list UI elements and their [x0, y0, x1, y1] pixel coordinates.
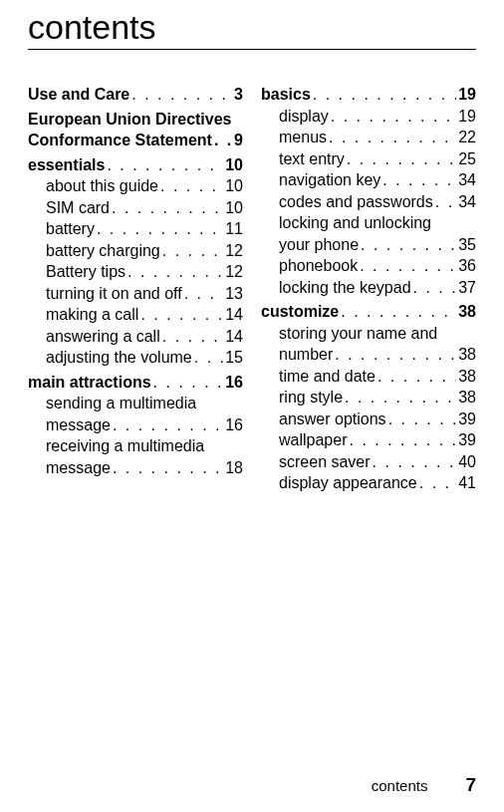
toc-entry-leader [380, 169, 456, 191]
toc-entry-leader [376, 366, 456, 388]
toc-sub-entry: about this guide10 [28, 175, 243, 197]
toc-section-entry: basics19 [261, 84, 476, 106]
toc-sub-entry: answering a call14 [28, 326, 243, 348]
toc-entry-label: answering a call [46, 326, 160, 348]
footer-page-number: 7 [465, 774, 476, 796]
toc-entry-page: 19 [456, 84, 476, 106]
toc-sub-entry: message18 [28, 457, 243, 479]
toc-column-left: Use and Care3European Union DirectivesCo… [28, 84, 243, 497]
toc-entry-label: menus [279, 127, 327, 148]
toc-sub-entry: menus22 [261, 127, 476, 148]
toc-entry-label: adjusting the volume [46, 347, 192, 369]
toc-entry-page: 25 [456, 148, 476, 170]
toc-entry-label: main attractions [28, 372, 151, 394]
toc-entry-leader [111, 457, 223, 479]
toc-entry-page: 18 [223, 457, 243, 479]
toc-entry-page: 38 [456, 301, 476, 323]
toc-entry-label: ring style [279, 387, 343, 408]
toc-entry-leader [329, 106, 456, 128]
toc-entry-leader [333, 344, 456, 366]
toc-entry-leader [111, 414, 223, 436]
toc-entry-leader [95, 218, 223, 240]
toc-sub-entry: codes and passwords34 [261, 191, 476, 213]
toc-entry-leader [126, 261, 223, 283]
toc-entry-page: 15 [223, 347, 243, 369]
toc-entry-leader [158, 175, 223, 197]
toc-entry-label: message [46, 414, 111, 436]
toc-sub-entry: locking and unlocking [261, 212, 476, 234]
toc-entry-page: 12 [223, 261, 243, 283]
toc-entry-label: essentials [28, 154, 105, 176]
toc-sub-entry: answer options39 [261, 408, 476, 430]
toc-entry-label: Battery tips [46, 261, 126, 283]
toc-column-right: basics19display19menus22text entry25navi… [261, 84, 476, 497]
toc-sub-entry: SIM card10 [28, 197, 243, 219]
toc-entry-page: 34 [456, 191, 476, 213]
toc-sub-entry: wallpaper39 [261, 429, 476, 451]
toc-sub-entry: Battery tips12 [28, 261, 243, 283]
toc-sub-entry: ring style38 [261, 387, 476, 408]
page-footer: contents 7 [372, 774, 476, 796]
toc-entry-page: 38 [456, 344, 476, 366]
toc-sub-entry: display19 [261, 106, 476, 128]
toc-sub-entry: text entry25 [261, 148, 476, 170]
toc-sub-entry: storing your name and [261, 323, 476, 345]
toc-entry-page: 41 [456, 472, 476, 494]
toc-entry-page: 22 [456, 127, 476, 148]
toc-entry-leader [151, 372, 224, 394]
toc-entry-leader [417, 472, 456, 494]
toc-section-entry: European Union DirectivesConformance Sta… [28, 109, 243, 151]
toc-entry-leader [160, 326, 223, 348]
toc-sub-entry: turning it on and off13 [28, 283, 243, 305]
toc-sub-entry: message16 [28, 414, 243, 436]
toc-entry-label: codes and passwords [279, 191, 433, 213]
toc-entry-leader [358, 255, 456, 277]
toc-entry-page: 3 [232, 84, 243, 106]
toc-sub-entry: battery charging12 [28, 240, 243, 262]
toc-sub-entry: time and date38 [261, 366, 476, 388]
toc-sub-entry: battery11 [28, 218, 243, 240]
toc-entry-page: 39 [456, 429, 476, 451]
toc-entry-leader [192, 347, 223, 369]
toc-entry-leader [345, 148, 456, 170]
toc-sub-entry: screen saver40 [261, 451, 476, 473]
toc-entry-page: 36 [456, 255, 476, 277]
toc-sub-entry: number38 [261, 344, 476, 366]
toc-sub-entry: display appearance41 [261, 472, 476, 494]
toc-sub-entry: making a call14 [28, 304, 243, 326]
toc-entry-leader [311, 84, 456, 106]
toc-entry-label: display [279, 106, 329, 128]
toc-entry-page: 38 [456, 366, 476, 388]
toc-entry-label: message [46, 457, 111, 479]
toc-entry-page: 11 [223, 218, 243, 240]
toc-entry-page: 13 [223, 283, 243, 305]
toc-entry-leader [110, 197, 223, 219]
toc-entry-leader [182, 283, 224, 305]
toc-entry-page: 14 [223, 304, 243, 326]
toc-section-entry: Conformance Statement9 [28, 130, 243, 151]
toc-entry-page: 10 [223, 197, 243, 219]
toc-entry-page: 16 [223, 414, 243, 436]
toc-entry-page: 39 [456, 408, 476, 430]
toc-entry-page: 14 [223, 326, 243, 348]
toc-sub-entry: navigation key34 [261, 169, 476, 191]
toc-entry-page: 12 [223, 240, 243, 262]
toc-entry-page: 19 [456, 106, 476, 128]
toc-entry-leader [386, 408, 457, 430]
toc-entry-label: navigation key [279, 169, 380, 191]
toc-entry-leader [105, 154, 223, 176]
toc-entry-label: Conformance Statement [28, 130, 212, 151]
toc-section-entry: main attractions16 [28, 372, 243, 394]
toc-entry-leader [212, 130, 232, 151]
toc-sub-entry: locking the keypad37 [261, 277, 476, 299]
toc-columns: Use and Care3European Union DirectivesCo… [28, 84, 476, 497]
toc-entry-page: 10 [223, 175, 243, 197]
toc-entry-leader [347, 429, 456, 451]
toc-entry-leader [343, 387, 456, 408]
toc-entry-label: about this guide [46, 175, 158, 197]
toc-entry-page: 16 [223, 372, 243, 394]
toc-entry-label: customize [261, 301, 339, 323]
toc-entry-leader [138, 304, 223, 326]
toc-entry-leader [371, 451, 457, 473]
toc-entry-leader [339, 301, 456, 323]
